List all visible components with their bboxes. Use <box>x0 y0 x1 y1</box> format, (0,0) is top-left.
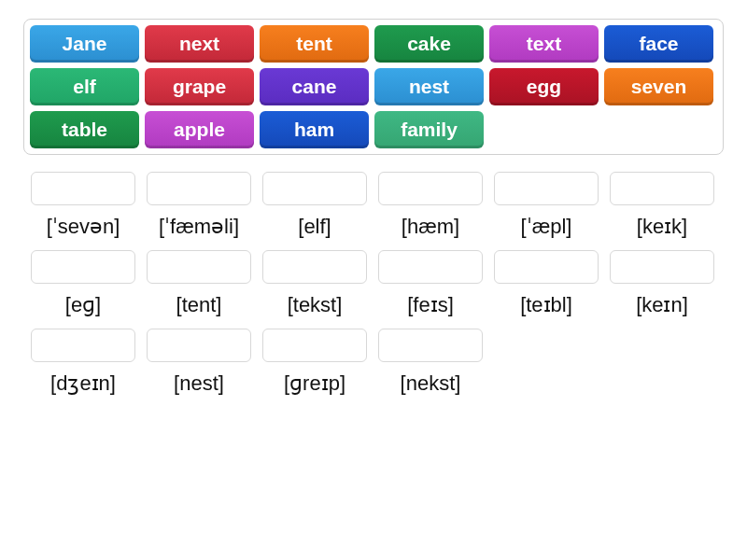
drop-slot[interactable] <box>494 250 599 284</box>
drop-slot[interactable] <box>494 172 599 205</box>
drop-slot[interactable] <box>610 250 714 284</box>
drop-slot[interactable] <box>31 250 135 284</box>
word-tile-next[interactable]: next <box>145 25 254 63</box>
tile-label: grape <box>173 76 226 98</box>
drop-slot[interactable] <box>31 329 135 362</box>
ipa-label: [nekst] <box>401 371 461 396</box>
tile-label: cane <box>292 76 337 98</box>
word-tile-tent[interactable]: tent <box>260 25 369 63</box>
tile-label: next <box>179 33 219 55</box>
drop-slot[interactable] <box>378 250 483 284</box>
ipa-label: [ˈsevən] <box>47 215 120 239</box>
tile-label: elf <box>73 76 96 98</box>
tile-label: text <box>527 33 561 55</box>
target-cake: [keɪk] <box>610 172 714 239</box>
tile-label: tent <box>296 33 332 55</box>
drop-slot[interactable] <box>147 250 251 284</box>
tile-label: family <box>401 119 458 141</box>
ipa-label: [ˈæpl] <box>521 215 572 239</box>
word-tile-ham[interactable]: ham <box>260 111 369 148</box>
target-family: [ˈfæməli] <box>147 172 251 239</box>
drop-slot[interactable] <box>610 172 714 205</box>
target-table: [teɪbl] <box>494 250 599 317</box>
word-tile-cane[interactable]: cane <box>260 68 369 105</box>
ipa-label: [ɡreɪp] <box>284 371 345 396</box>
target-face: [feɪs] <box>378 250 483 317</box>
drop-slot[interactable] <box>378 172 483 205</box>
target-tent: [tent] <box>147 250 251 317</box>
ipa-label: [tent] <box>176 293 222 317</box>
drop-slot[interactable] <box>262 250 367 284</box>
target-apple: [ˈæpl] <box>494 172 599 239</box>
ipa-label: [keɪk] <box>637 215 687 239</box>
tile-label: Jane <box>63 33 107 55</box>
word-tile-family[interactable]: family <box>374 111 484 148</box>
target-grape: [ɡreɪp] <box>262 329 367 396</box>
ipa-label: [dʒeɪn] <box>50 371 116 396</box>
word-tile-egg[interactable]: egg <box>489 68 599 105</box>
word-tile-jane[interactable]: Jane <box>30 25 139 63</box>
word-tile-seven[interactable]: seven <box>604 68 713 105</box>
tile-label: apple <box>174 119 225 141</box>
drop-slot[interactable] <box>378 329 483 362</box>
ipa-label: [feɪs] <box>407 293 454 317</box>
target-text: [tekst] <box>262 250 367 317</box>
target-seven: [ˈsevən] <box>31 172 135 239</box>
tile-label: nest <box>409 76 449 98</box>
target-ham: [hæm] <box>378 172 483 239</box>
ipa-label: [elf] <box>298 215 331 239</box>
word-tile-nest[interactable]: nest <box>374 68 484 105</box>
tile-label: table <box>62 119 107 141</box>
tile-label: face <box>639 33 678 55</box>
tile-label: ham <box>294 119 334 141</box>
tile-label: seven <box>631 76 687 98</box>
tile-label: egg <box>527 76 561 98</box>
drop-slot[interactable] <box>147 329 251 362</box>
drop-slot[interactable] <box>262 172 367 205</box>
word-bank: Jane next tent cake text face elf grape … <box>23 19 724 155</box>
ipa-label: [keɪn] <box>636 293 688 317</box>
ipa-label: [nest] <box>174 371 224 396</box>
target-nest: [nest] <box>147 329 251 396</box>
ipa-label: [eɡ] <box>65 293 101 317</box>
target-cane: [keɪn] <box>610 250 714 317</box>
word-tile-apple[interactable]: apple <box>145 111 254 148</box>
ipa-label: [teɪbl] <box>520 293 572 317</box>
drop-targets: [ˈsevən] [ˈfæməli] [elf] [hæm] [ˈæpl] [k… <box>23 172 724 396</box>
tile-label: cake <box>407 33 451 55</box>
ipa-label: [hæm] <box>402 215 459 239</box>
drop-slot[interactable] <box>147 172 251 205</box>
word-tile-text[interactable]: text <box>489 25 599 63</box>
target-next: [nekst] <box>378 329 483 396</box>
word-tile-cake[interactable]: cake <box>374 25 484 63</box>
drop-slot[interactable] <box>262 329 367 362</box>
ipa-label: [tekst] <box>288 293 343 317</box>
word-tile-face[interactable]: face <box>604 25 713 63</box>
target-egg: [eɡ] <box>31 250 135 317</box>
word-tile-table[interactable]: table <box>30 111 139 148</box>
target-jane: [dʒeɪn] <box>31 329 135 396</box>
ipa-label: [ˈfæməli] <box>159 215 239 239</box>
drop-slot[interactable] <box>31 172 135 205</box>
target-elf: [elf] <box>262 172 367 239</box>
word-tile-elf[interactable]: elf <box>30 68 139 105</box>
word-tile-grape[interactable]: grape <box>145 68 254 105</box>
